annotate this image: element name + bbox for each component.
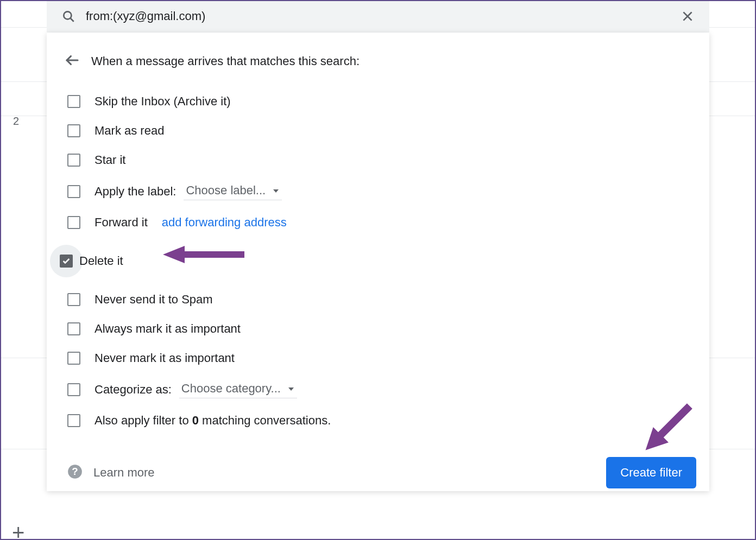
annotation-arrow-icon bbox=[163, 245, 244, 264]
panel-header: When a message arrives that matches this… bbox=[60, 52, 696, 71]
label-also-apply: Also apply filter to 0 matching conversa… bbox=[94, 414, 331, 428]
panel-footer: ? Learn more Create filter bbox=[60, 447, 696, 488]
svg-line-1 bbox=[71, 18, 74, 22]
also-apply-pre: Also apply filter to bbox=[94, 414, 192, 427]
svg-marker-5 bbox=[163, 246, 244, 263]
also-apply-post: matching conversations. bbox=[199, 414, 331, 427]
checkbox-also-apply[interactable] bbox=[67, 414, 80, 427]
also-apply-count: 0 bbox=[192, 414, 199, 427]
checkbox-never-important[interactable] bbox=[67, 352, 80, 365]
option-never-important: Never mark it as important bbox=[60, 344, 696, 373]
close-icon[interactable] bbox=[677, 9, 698, 23]
create-filter-wrap: Create filter bbox=[606, 457, 696, 488]
option-always-important: Always mark it as important bbox=[60, 314, 696, 344]
select-choose-label[interactable]: Choose label... bbox=[184, 182, 282, 200]
label-always-important: Always mark it as important bbox=[94, 322, 241, 336]
option-delete-it: Delete it bbox=[60, 237, 696, 285]
search-input[interactable] bbox=[79, 5, 677, 28]
plus-icon[interactable]: + bbox=[12, 522, 24, 540]
option-also-apply: Also apply filter to 0 matching conversa… bbox=[60, 406, 696, 435]
checkbox-forward-it[interactable] bbox=[67, 216, 80, 229]
select-choose-category[interactable]: Choose category... bbox=[179, 380, 297, 398]
help-icon[interactable]: ? bbox=[67, 464, 83, 481]
footer-left: ? Learn more bbox=[67, 464, 155, 481]
checkbox-always-important[interactable] bbox=[67, 322, 80, 335]
link-add-forwarding-address[interactable]: add forwarding address bbox=[162, 215, 287, 230]
filter-panel: When a message arrives that matches this… bbox=[47, 33, 709, 491]
link-learn-more[interactable]: Learn more bbox=[93, 466, 155, 480]
svg-point-0 bbox=[64, 11, 71, 19]
back-arrow-icon[interactable] bbox=[64, 52, 80, 71]
option-categorize-as: Categorize as: Choose category... bbox=[60, 373, 696, 406]
search-icon[interactable] bbox=[58, 9, 79, 23]
option-mark-read: Mark as read bbox=[60, 116, 696, 145]
select-choose-category-text: Choose category... bbox=[181, 382, 281, 395]
select-choose-label-text: Choose label... bbox=[186, 183, 266, 197]
checkbox-ripple bbox=[50, 245, 83, 277]
label-never-spam: Never send it to Spam bbox=[94, 293, 213, 307]
label-never-important: Never mark it as important bbox=[94, 351, 235, 365]
option-forward-it: Forward it add forwarding address bbox=[60, 208, 696, 237]
checkbox-skip-inbox[interactable] bbox=[67, 95, 80, 108]
svg-text:?: ? bbox=[72, 466, 78, 477]
checkbox-categorize-as[interactable] bbox=[67, 383, 80, 396]
label-categorize-as: Categorize as: bbox=[94, 383, 172, 397]
checkbox-apply-label[interactable] bbox=[67, 185, 80, 198]
checkbox-delete-it[interactable] bbox=[60, 255, 73, 268]
option-apply-label: Apply the label: Choose label... bbox=[60, 175, 696, 208]
chevron-down-icon bbox=[273, 189, 279, 193]
chevron-down-icon bbox=[288, 387, 294, 391]
option-skip-inbox: Skip the Inbox (Archive it) bbox=[60, 87, 696, 116]
label-star-it: Star it bbox=[94, 153, 125, 167]
label-mark-read: Mark as read bbox=[94, 124, 164, 138]
checkbox-star-it[interactable] bbox=[67, 154, 80, 167]
label-forward-it: Forward it bbox=[94, 215, 148, 230]
option-star-it: Star it bbox=[60, 145, 696, 175]
label-skip-inbox: Skip the Inbox (Archive it) bbox=[94, 94, 231, 109]
checkbox-mark-read[interactable] bbox=[67, 124, 80, 137]
label-apply-label: Apply the label: bbox=[94, 185, 176, 199]
checkbox-never-spam[interactable] bbox=[67, 293, 80, 306]
label-delete-it: Delete it bbox=[79, 254, 123, 268]
panel-title: When a message arrives that matches this… bbox=[91, 54, 360, 68]
option-never-spam: Never send it to Spam bbox=[60, 285, 696, 314]
search-bar bbox=[47, 0, 709, 33]
create-filter-button[interactable]: Create filter bbox=[606, 457, 696, 488]
sidebar-count: 2 bbox=[13, 115, 19, 128]
